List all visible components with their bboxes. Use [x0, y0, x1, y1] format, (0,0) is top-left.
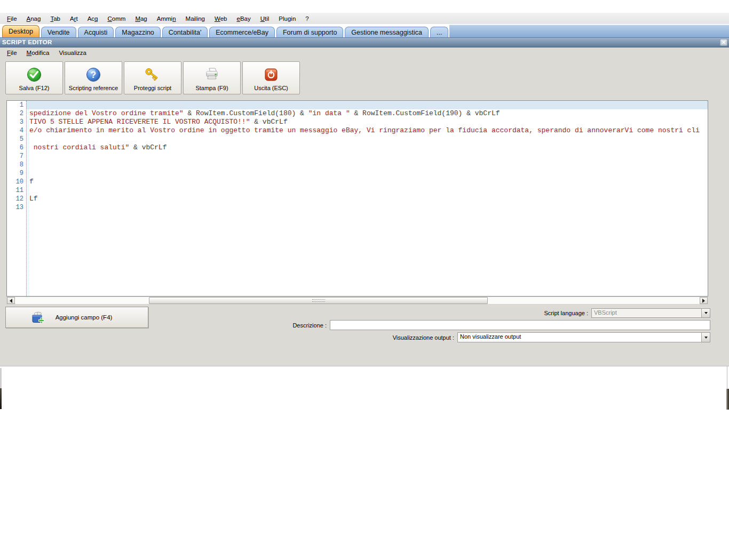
code-text: nostri cordiali saluti" & vbCrLf — [26, 143, 708, 152]
description-input[interactable] — [330, 320, 710, 330]
tab-forum-di-supporto[interactable]: Forum di supporto — [276, 27, 343, 38]
line-number: 1 — [7, 101, 26, 109]
scrollbar-grip — [312, 299, 325, 302]
menu-item-item[interactable]: ? — [300, 14, 313, 23]
horizontal-scrollbar[interactable] — [6, 297, 708, 305]
line-number: 6 — [7, 143, 26, 152]
menu-item-mailing[interactable]: Mailing — [181, 14, 210, 23]
window-title: SCRIPT EDITOR — [2, 39, 52, 45]
code-editor[interactable]: 12spedizione del Vostro ordine tramite" … — [6, 100, 708, 297]
editor-menu-item-modifica[interactable]: Modifica — [22, 49, 54, 57]
line-number: 2 — [7, 109, 26, 118]
code-text — [26, 101, 708, 109]
code-string-segment: "in data " — [308, 109, 350, 117]
line-number: 8 — [7, 161, 26, 169]
code-text — [26, 161, 708, 169]
scroll-right-icon[interactable] — [700, 297, 708, 304]
editor-line[interactable]: 4e/o chiarimento in merito al Vostro ord… — [7, 126, 708, 135]
menu-item-ebay[interactable]: eBay — [232, 14, 255, 23]
editor-line[interactable]: 5 — [7, 135, 708, 143]
exit-power-icon — [263, 66, 279, 83]
editor-line[interactable]: 12Lf — [7, 195, 708, 203]
tab-desktop[interactable]: Desktop — [2, 25, 39, 38]
code-text: spedizione del Vostro ordine tramite" & … — [26, 109, 708, 118]
menu-item-mag[interactable]: Mag — [130, 14, 152, 23]
add-field-button[interactable]: Aggiungi campo (F4) — [5, 307, 148, 328]
code-string-segment: e/o chiarimento in merito al Vostro ordi… — [29, 126, 700, 134]
menu-item-art[interactable]: Art — [65, 14, 83, 23]
code-text: e/o chiarimento in merito al Vostro ordi… — [26, 126, 708, 135]
chevron-down-icon[interactable] — [701, 309, 710, 317]
code-text — [26, 186, 708, 195]
help-question-icon: ? — [85, 66, 101, 83]
line-number: 9 — [7, 169, 26, 178]
tab-gestione-messaggistica[interactable]: Gestione messaggistica — [345, 27, 429, 38]
editor-line[interactable]: 11 — [7, 186, 708, 195]
close-icon[interactable]: ✕ — [720, 39, 727, 46]
description-label: Descrizione : — [292, 322, 327, 329]
add-field-icon — [30, 311, 45, 327]
editor-line[interactable]: 6 nostri cordiali saluti" & vbCrLf — [7, 143, 708, 152]
toolbar-button-salva-f12[interactable]: Salva (F12) — [5, 61, 63, 94]
code-segment: f — [29, 178, 34, 186]
menu-item-util[interactable]: Util — [256, 14, 274, 23]
output-mode-label: Visualizzazione output : — [393, 334, 454, 341]
editor-line[interactable]: 1 — [7, 101, 708, 109]
key-icon — [144, 66, 162, 83]
app-menu-bar: FileAnagTabArtAcqCommMagAmminMailingWebe… — [0, 13, 729, 25]
line-number: 7 — [7, 152, 26, 161]
toolbar-button-label: Salva (F12) — [19, 85, 50, 91]
editor-line[interactable]: 8 — [7, 161, 708, 169]
toolbar-button-stampa-f9[interactable]: Stampa (F9) — [183, 61, 241, 94]
right-edge-artifact-dark — [726, 389, 729, 410]
editor-toolbar: Salva (F12)?Scripting referenceProteggi … — [5, 61, 300, 94]
output-mode-select[interactable]: Non visualizzare output — [457, 332, 710, 342]
editor-menu-bar: FileModificaVisualizza — [2, 49, 91, 57]
editor-line[interactable]: 2spedizione del Vostro ordine tramite" &… — [7, 109, 708, 118]
editor-menu-item-visualizza[interactable]: Visualizza — [54, 49, 91, 57]
script-language-value: VBScript — [592, 309, 701, 317]
editor-menu-item-file[interactable]: File — [2, 49, 22, 57]
editor-line[interactable]: 7 — [7, 152, 708, 161]
menu-item-anag[interactable]: Anag — [22, 14, 46, 23]
code-segment: & RowItem.CustomField(190) & vbCrLf — [350, 109, 500, 117]
toolbar-button-uscita-esc[interactable]: Uscita (ESC) — [242, 61, 300, 94]
menu-item-comm[interactable]: Comm — [103, 14, 131, 23]
menu-item-web[interactable]: Web — [210, 14, 232, 23]
toolbar-button-label: Scripting reference — [69, 85, 118, 91]
script-language-select[interactable]: VBScript — [591, 308, 710, 318]
editor-line[interactable]: 13 — [7, 203, 708, 212]
line-number: 4 — [7, 126, 26, 135]
code-string-segment: nostri cordiali saluti" — [29, 143, 129, 151]
code-segment: Lf — [29, 195, 38, 203]
scrollbar-thumb[interactable] — [149, 297, 488, 304]
code-text — [26, 135, 708, 143]
output-mode-value: Non visualizzare output — [458, 333, 701, 342]
menu-item-ammin[interactable]: Ammin — [152, 14, 181, 23]
add-field-label: Aggiungi campo (F4) — [42, 314, 113, 321]
menu-item-tab[interactable]: Tab — [45, 14, 65, 23]
tab-magazzino[interactable]: Magazzino — [115, 27, 160, 38]
editor-line[interactable]: 10f — [7, 178, 708, 186]
menu-item-file[interactable]: File — [2, 14, 22, 23]
toolbar-button-proteggi-script[interactable]: Proteggi script — [124, 61, 181, 94]
left-edge-artifact — [0, 368, 2, 388]
editor-line[interactable]: 3TIVO 5 STELLE APPENA RICEVERETE IL VOST… — [7, 118, 708, 126]
tab-vendite[interactable]: Vendite — [41, 27, 76, 38]
tab-item[interactable]: ... — [430, 27, 448, 38]
menu-item-acq[interactable]: Acq — [83, 14, 103, 23]
editor-line[interactable]: 9 — [7, 169, 708, 178]
toolbar-button-scripting-reference[interactable]: ?Scripting reference — [65, 61, 122, 94]
chevron-down-icon[interactable] — [701, 333, 710, 342]
scroll-left-icon[interactable] — [7, 297, 15, 304]
code-text — [26, 169, 708, 178]
background-area — [0, 366, 729, 560]
save-check-icon — [26, 66, 42, 83]
code-segment: & vbCrLf — [250, 118, 287, 126]
tab-acquisti[interactable]: Acquisti — [78, 27, 114, 38]
tab-ecommerce-ebay[interactable]: Ecommerce/eBay — [209, 27, 275, 38]
menu-item-plugin[interactable]: Plugin — [274, 14, 300, 23]
tab-contabilita[interactable]: Contabilita' — [162, 27, 208, 38]
line-number: 3 — [7, 118, 26, 126]
right-edge-artifact — [727, 366, 729, 389]
